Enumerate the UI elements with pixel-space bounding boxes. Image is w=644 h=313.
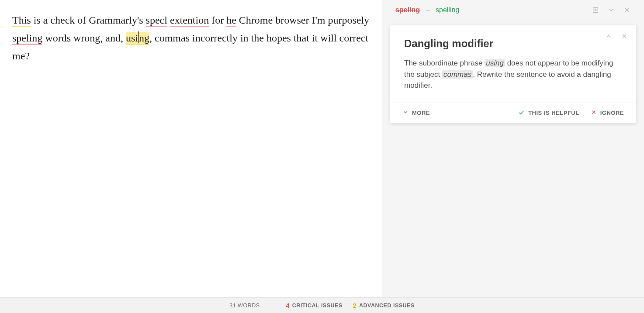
editor-text: words wrong, and, — [42, 32, 126, 44]
editor-text: is a check of Grammarly's — [31, 14, 146, 26]
close-icon — [591, 109, 597, 117]
chevron-down-icon[interactable] — [607, 6, 615, 14]
replacement-word[interactable]: spelling — [436, 6, 459, 14]
grammar-highlight[interactable]: using — [126, 32, 149, 45]
editor-text: for — [209, 14, 226, 26]
advanced-label: ADVANCED ISSUES — [359, 303, 415, 309]
spelling-error[interactable]: specl — [146, 14, 167, 27]
word-count[interactable]: 31 WORDS — [229, 303, 260, 309]
suggestion-card: Dangling modifier The subordinate phrase… — [390, 25, 636, 123]
close-icon[interactable] — [620, 32, 628, 40]
check-icon — [518, 109, 525, 117]
helpful-label: THIS IS HELPFUL — [528, 110, 579, 116]
word-chip: using — [485, 59, 505, 67]
card-text-part: The subordinate phrase — [404, 59, 485, 67]
suggestions-sidebar: speling → spelling — [382, 0, 644, 297]
spelling-error[interactable]: extention — [170, 14, 209, 27]
editor-text: Chrome browser I'm purposely — [236, 14, 369, 26]
arrow-icon: → — [424, 6, 431, 14]
original-word: speling — [395, 6, 420, 14]
editor-text — [167, 14, 170, 26]
critical-label: CRITICAL ISSUES — [292, 303, 343, 309]
editor-text: ng — [139, 32, 149, 44]
status-bar: 31 WORDS 4 CRITICAL ISSUES 2 ADVANCED IS… — [0, 297, 644, 313]
advanced-issues[interactable]: 2 ADVANCED ISSUES — [353, 302, 415, 309]
critical-issues[interactable]: 4 CRITICAL ISSUES — [286, 302, 343, 309]
advanced-count: 2 — [353, 302, 357, 309]
close-icon[interactable] — [623, 6, 631, 14]
more-button[interactable]: MORE — [402, 109, 430, 117]
editor-area[interactable]: This is a check of Grammarly's specl ext… — [0, 0, 382, 297]
chevron-up-icon[interactable] — [605, 32, 613, 40]
spelling-error[interactable]: he — [226, 14, 236, 27]
helpful-button[interactable]: THIS IS HELPFUL — [518, 109, 579, 117]
more-label: MORE — [412, 110, 430, 116]
add-to-dictionary-icon[interactable] — [592, 6, 599, 14]
card-title: Dangling modifier — [404, 38, 622, 50]
spelling-error[interactable]: speling — [12, 32, 42, 45]
text-highlight[interactable]: This — [12, 14, 31, 27]
critical-count: 4 — [286, 302, 290, 309]
suggestion-collapsed[interactable]: speling → spelling — [390, 3, 636, 19]
ignore-label: IGNORE — [600, 110, 624, 116]
card-explanation: The subordinate phrase using does not ap… — [404, 58, 622, 91]
chevron-down-icon — [402, 109, 409, 117]
word-chip: commas — [442, 70, 473, 79]
ignore-button[interactable]: IGNORE — [591, 109, 624, 117]
editor-text: usi — [126, 32, 138, 44]
